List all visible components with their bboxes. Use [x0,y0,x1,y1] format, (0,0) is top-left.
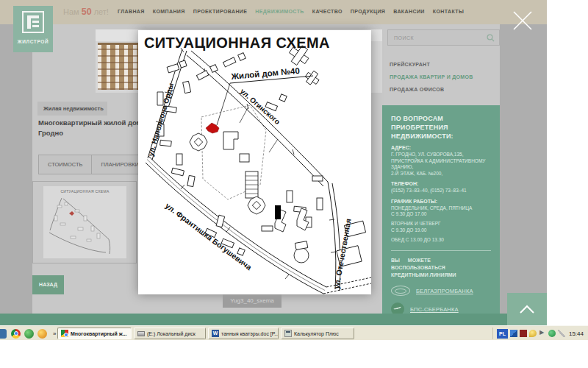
quicklaunch-chrome-icon[interactable] [11,329,21,339]
pen-icon[interactable] [558,330,565,337]
clock: 15:44 [567,330,587,337]
taskbar-button-calculator[interactable]: Калькулятор Плюс [281,328,354,339]
taskbar: » Многоквартирный ж... (E:) Локальный ди… [0,325,588,340]
site-footer [0,314,547,325]
bps-sberbank-link[interactable]: БПС-СБЕРБАНКА [410,306,459,313]
contact-panel-title: ПО ВОПРОСАМ ПРИОБРЕТЕНИЯ НЕДВИЖИМОСТИ: [391,114,491,141]
site-header: Нам 50 лет! ГЛАВНАЯ КОМПАНИЯ ПРОЕКТИРОВА… [0,0,547,24]
taskbar-button-browser[interactable]: Многоквартирный ж... [57,328,132,339]
search-input[interactable] [388,30,484,45]
bank-row-belgazprombank: БЕЛГАЗПРОМБАНКА [391,286,491,296]
nav-kontakty[interactable]: КОНТАКТЫ [433,9,464,14]
situational-map: Жилой дом №40 ул. Наполеона Орды ул. Оги… [138,30,371,294]
address-text: Г. ГРОДНО, УЛ. СУВОРОВА,135, ПРИСТРОЙКА … [391,152,491,177]
chevron-up-icon [519,305,535,314]
tab-bar: СТОИМОСТЬ ПЛАНИРОВКИ [38,155,148,174]
divider [391,250,491,251]
quicklaunch-utorrent-icon[interactable] [24,329,34,339]
scheme-thumbnail-box[interactable]: СИТУАЦИОННАЯ СХЕМА [32,181,137,263]
contact-panel: ПО ВОПРОСАМ ПРИОБРЕТЕНИЯ НЕДВИЖИМОСТИ: А… [382,105,500,325]
scroll-to-top-button[interactable] [507,293,547,325]
nav-produkciya[interactable]: ПРОДУКЦИЯ [351,9,385,14]
antivirus-icon[interactable] [520,330,527,337]
nav-vakansii[interactable]: ВАКАНСИИ [393,9,424,14]
sidebar-link-preiskurant[interactable]: ПРЕЙСКУРАНТ [390,62,430,67]
quicklaunch-overflow-chevron[interactable]: » [53,330,56,337]
belgazprombank-link[interactable]: БЕЛГАЗПРОМБАНКА [416,288,473,294]
nav-kompaniya[interactable]: КОМПАНИЯ [153,9,185,14]
lightbox-title: СИТУАЦИОННАЯ СХЕМА [144,35,330,52]
taskbar-button-word-doc[interactable]: W танныя кватэры.doc [Р... [208,328,279,339]
tab-stoimost[interactable]: СТОИМОСТЬ [38,155,92,174]
address-label: АДРЕС: [391,145,491,150]
sidebar-link-prodazha-kvartir[interactable]: ПРОДАЖА КВАРТИР И ДОМОВ [390,74,473,79]
system-tray: PL 15:44 [492,328,587,339]
scheme-thumbnail[interactable]: СИТУАЦИОННАЯ СХЕМА [43,186,126,258]
main-nav: ГЛАВНАЯ КОМПАНИЯ ПРОЕКТИРОВАНИЕ НЕДВИЖИМ… [118,9,464,14]
language-indicator[interactable]: PL [497,329,508,339]
black-building [275,205,281,219]
phone-numbers: (0152) 73–83–40, (0152) 73–83–41 [391,188,491,194]
schedule-label: ГРАФИК РАБОТЫ: [391,199,491,204]
belgazprombank-logo-icon [391,286,410,296]
credit-note: ВЫ МОЖЕТЕ ВОСПОЛЬЗОВАТЬСЯ КРЕДИТНЫМИ ЛИН… [391,257,491,279]
building-photo [98,43,138,90]
close-icon[interactable] [512,10,534,32]
sidebar-link-prodazha-ofisov[interactable]: ПРОДАЖА ОФИСОВ [390,87,444,92]
logo-glyph-icon [22,11,44,33]
volume-icon[interactable] [539,330,546,337]
back-button[interactable]: НАЗАД [32,275,64,294]
lightbox-scheme-image: Жилой дом №40 ул. Наполеона Орды ул. Оги… [138,30,371,294]
nav-nedvizhimost[interactable]: НЕДВИЖИМОСТЬ [255,9,304,14]
company-logo[interactable]: ЖИЛСТРОЙ [13,6,53,52]
category-label: Жилая недвижимость [37,102,107,116]
map-label-street-bottom: ул. Франтишка Богушевича [164,201,254,272]
chrome-icon [61,330,68,337]
drive-icon [137,331,145,336]
nav-glavnaya[interactable]: ГЛАВНАЯ [118,9,145,14]
anniversary-text: Нам 50 лет! [63,7,109,17]
quicklaunch-browser-icon[interactable] [37,329,47,339]
phone-label: ТЕЛЕФОН: [391,181,491,186]
taskbar-button-local-disk[interactable]: (E:) Локальный диск [134,328,206,339]
quicklaunch-cut-icon[interactable] [0,329,7,339]
alert-icon[interactable] [529,330,537,337]
updater-icon[interactable] [548,330,556,337]
search-icon[interactable] [487,34,495,42]
map-label-house: Жилой дом №40 [230,66,300,81]
word-icon: W [212,330,219,337]
logo-text: ЖИЛСТРОЙ [13,39,53,44]
network-icon[interactable] [510,330,517,337]
schedule-text: ПОНЕДЕЛЬНИК, СРЕДА, ПЯТНИЦА С 9.30 ДО 17… [391,205,491,244]
nav-kachestvo[interactable]: КАЧЕСТВО [312,9,343,14]
lightbox-filename: Yug3_40_sxema [223,294,282,308]
search-box [387,29,500,46]
quick-launch-bar: » [0,328,56,339]
calculator-icon [284,330,292,337]
scheme-thumb-map [46,194,124,255]
nav-proektirovanie[interactable]: ПРОЕКТИРОВАНИЕ [193,9,248,14]
